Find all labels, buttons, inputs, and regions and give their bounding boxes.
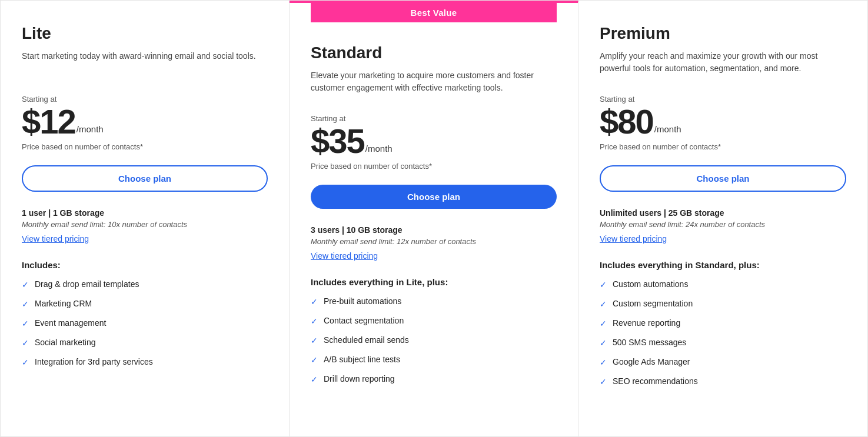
view-tiered-premium[interactable]: View tiered pricing [600,234,667,243]
plan-send-limit-lite: Monthly email send limit: 10x number of … [22,220,268,229]
plan-name-standard: Standard [311,44,557,62]
feature-text: Social marketing [35,338,96,347]
feature-text: Scheduled email sends [324,335,409,345]
price-note-premium: Price based on number of contacts* [600,142,846,151]
plan-meta-premium: Unlimited users | 25 GB storage [600,208,846,218]
includes-title-premium: Includes everything in Standard, plus: [600,260,846,270]
check-icon: ✓ [311,297,318,306]
feature-text: Google Ads Manager [613,357,690,366]
plan-send-limit-standard: Monthly email send limit: 12x number of … [311,237,557,246]
feature-text: Event management [35,318,106,328]
feature-item: ✓ Integration for 3rd party services [22,357,268,367]
plan-name-lite: Lite [22,24,268,43]
price-period-lite: /month [77,124,104,134]
feature-item: ✓ A/B subject line tests [311,355,557,365]
check-icon: ✓ [22,358,29,367]
check-icon: ✓ [22,319,29,328]
plan-desc-premium: Amplify your reach and maximize your gro… [600,50,846,78]
check-icon: ✓ [311,355,318,365]
plan-desc-standard: Elevate your marketing to acquire more c… [311,69,557,98]
check-icon: ✓ [311,316,318,326]
feature-text: 500 SMS messages [613,338,686,347]
view-tiered-lite[interactable]: View tiered pricing [22,234,89,243]
feature-text: Marketing CRM [35,299,92,308]
check-icon: ✓ [600,280,607,289]
plan-send-limit-premium: Monthly email send limit: 24x number of … [600,220,846,229]
price-row-lite: $12 /month [22,105,268,139]
feature-text: Drag & drop email templates [35,279,139,289]
feature-text: Integration for 3rd party services [35,357,153,366]
check-icon: ✓ [22,280,29,289]
feature-item: ✓ Drag & drop email templates [22,279,268,289]
plan-name-premium: Premium [600,24,846,43]
plan-col-standard: Best ValueStandardElevate your marketing… [290,1,578,436]
check-icon: ✓ [600,319,607,328]
plan-meta-standard: 3 users | 10 GB storage [311,225,557,235]
feature-list-standard: ✓ Pre-built automations ✓ Contact segmen… [311,296,557,384]
feature-text: Contact segmentation [324,316,404,325]
choose-plan-standard[interactable]: Choose plan [311,185,557,209]
price-amount-premium: $80 [600,105,653,139]
check-icon: ✓ [311,336,318,345]
feature-item: ✓ SEO recommendations [600,376,846,386]
check-icon: ✓ [22,299,29,309]
plan-col-premium: PremiumAmplify your reach and maximize y… [578,1,867,436]
pricing-grid: LiteStart marketing today with award-win… [0,0,868,437]
includes-title-lite: Includes: [22,260,268,270]
feature-text: SEO recommendations [613,376,698,386]
feature-text: A/B subject line tests [324,355,400,364]
feature-item: ✓ Google Ads Manager [600,357,846,367]
price-amount-lite: $12 [22,105,75,139]
feature-item: ✓ Pre-built automations [311,296,557,306]
feature-item: ✓ Scheduled email sends [311,335,557,345]
view-tiered-standard[interactable]: View tiered pricing [311,251,378,261]
feature-text: Custom segmentation [613,299,693,308]
check-icon: ✓ [600,377,607,386]
check-icon: ✓ [600,338,607,348]
feature-list-lite: ✓ Drag & drop email templates ✓ Marketin… [22,279,268,367]
check-icon: ✓ [22,338,29,348]
feature-text: Drill down reporting [324,374,395,383]
price-period-premium: /month [654,124,681,134]
feature-item: ✓ Social marketing [22,338,268,348]
feature-item: ✓ Custom segmentation [600,299,846,309]
feature-item: ✓ 500 SMS messages [600,338,846,348]
plan-col-lite: LiteStart marketing today with award-win… [1,1,290,436]
choose-plan-premium[interactable]: Choose plan [600,165,846,192]
feature-item: ✓ Event management [22,318,268,328]
feature-item: ✓ Contact segmentation [311,316,557,326]
feature-list-premium: ✓ Custom automations ✓ Custom segmentati… [600,279,846,386]
check-icon: ✓ [600,299,607,309]
plan-meta-lite: 1 user | 1 GB storage [22,208,268,218]
feature-text: Custom automations [613,279,688,289]
check-icon: ✓ [311,375,318,384]
plan-desc-lite: Start marketing today with award-winning… [22,50,268,78]
price-amount-standard: $35 [311,124,364,158]
price-period-standard: /month [365,144,393,154]
feature-item: ✓ Drill down reporting [311,374,557,384]
price-row-premium: $80 /month [600,105,846,139]
price-note-standard: Price based on number of contacts* [311,162,557,171]
best-value-banner: Best Value [311,3,557,22]
feature-item: ✓ Marketing CRM [22,299,268,309]
feature-item: ✓ Custom automations [600,279,846,289]
price-note-lite: Price based on number of contacts* [22,142,268,151]
includes-title-standard: Includes everything in Lite, plus: [311,277,557,287]
feature-text: Pre-built automations [324,296,401,306]
choose-plan-lite[interactable]: Choose plan [22,165,268,192]
price-row-standard: $35 /month [311,124,557,158]
feature-text: Revenue reporting [613,318,680,328]
feature-item: ✓ Revenue reporting [600,318,846,328]
check-icon: ✓ [600,358,607,367]
